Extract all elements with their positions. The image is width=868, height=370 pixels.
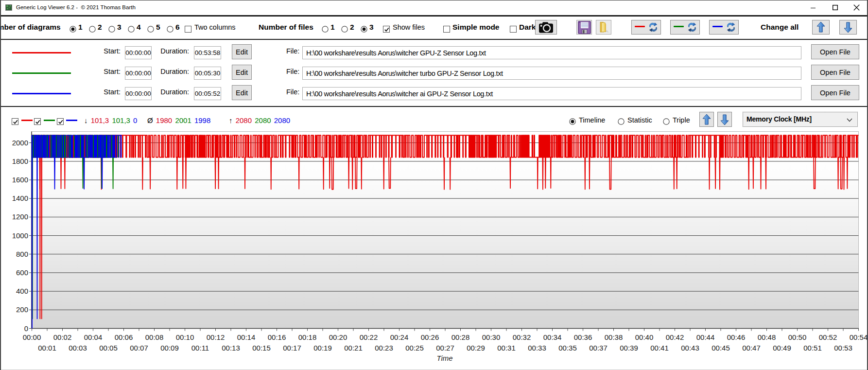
svg-text:00:24: 00:24 [390, 333, 409, 341]
svg-text:00:43: 00:43 [681, 344, 699, 352]
svg-text:400: 400 [16, 287, 28, 295]
svg-text:00:12: 00:12 [207, 333, 225, 341]
svg-text:00:00: 00:00 [23, 333, 41, 341]
svg-text:00:37: 00:37 [589, 344, 608, 352]
svg-text:00:14: 00:14 [237, 333, 256, 341]
svg-text:00:45: 00:45 [712, 344, 730, 352]
svg-text:2000: 2000 [12, 139, 28, 147]
svg-text:00:33: 00:33 [528, 344, 546, 352]
svg-text:00:41: 00:41 [650, 344, 669, 352]
svg-text:00:36: 00:36 [574, 333, 592, 341]
svg-text:1400: 1400 [12, 194, 28, 202]
svg-text:00:08: 00:08 [145, 333, 164, 341]
svg-text:00:29: 00:29 [467, 344, 485, 352]
svg-text:00:53: 00:53 [834, 344, 852, 352]
svg-text:00:01: 00:01 [38, 344, 56, 352]
svg-text:00:39: 00:39 [620, 344, 638, 352]
svg-text:1600: 1600 [12, 176, 28, 184]
svg-text:0: 0 [24, 324, 28, 333]
svg-text:00:49: 00:49 [773, 344, 791, 352]
svg-text:00:54: 00:54 [850, 333, 868, 341]
svg-text:00:03: 00:03 [69, 344, 87, 352]
svg-text:00:05: 00:05 [99, 344, 118, 352]
svg-text:00:20: 00:20 [329, 333, 347, 341]
svg-text:00:40: 00:40 [635, 333, 654, 341]
svg-text:00:48: 00:48 [758, 333, 776, 341]
svg-text:00:28: 00:28 [451, 333, 470, 341]
svg-text:00:19: 00:19 [313, 344, 332, 352]
svg-text:00:25: 00:25 [405, 344, 424, 352]
svg-text:00:35: 00:35 [558, 344, 577, 352]
svg-text:00:02: 00:02 [53, 333, 72, 341]
svg-text:800: 800 [16, 250, 28, 258]
svg-text:00:06: 00:06 [115, 333, 133, 341]
svg-text:00:51: 00:51 [803, 344, 822, 352]
svg-text:1200: 1200 [12, 212, 28, 221]
svg-text:00:26: 00:26 [421, 333, 439, 341]
svg-text:00:23: 00:23 [375, 344, 393, 352]
svg-text:1000: 1000 [12, 231, 28, 240]
svg-text:00:10: 00:10 [176, 333, 194, 341]
svg-text:00:42: 00:42 [666, 333, 684, 341]
svg-text:200: 200 [16, 305, 28, 314]
svg-text:00:16: 00:16 [268, 333, 286, 341]
svg-text:00:52: 00:52 [819, 333, 837, 341]
svg-text:00:32: 00:32 [513, 333, 531, 341]
svg-text:00:15: 00:15 [252, 344, 271, 352]
svg-text:00:18: 00:18 [298, 333, 317, 341]
svg-text:1800: 1800 [12, 157, 28, 165]
svg-text:00:07: 00:07 [130, 344, 148, 352]
svg-text:00:31: 00:31 [497, 344, 516, 352]
svg-text:00:50: 00:50 [788, 333, 807, 341]
svg-text:00:04: 00:04 [84, 333, 103, 341]
svg-text:00:09: 00:09 [160, 344, 179, 352]
svg-text:00:17: 00:17 [283, 344, 301, 352]
svg-text:00:38: 00:38 [605, 333, 623, 341]
svg-text:00:30: 00:30 [482, 333, 501, 341]
svg-text:00:22: 00:22 [360, 333, 378, 341]
svg-text:00:13: 00:13 [222, 344, 240, 352]
svg-text:00:34: 00:34 [543, 333, 562, 341]
svg-text:00:47: 00:47 [742, 344, 761, 352]
svg-text:600: 600 [16, 268, 28, 277]
svg-text:00:11: 00:11 [191, 344, 209, 352]
svg-text:00:21: 00:21 [344, 344, 363, 352]
svg-text:00:46: 00:46 [727, 333, 746, 341]
svg-text:Time: Time [436, 354, 452, 362]
svg-text:00:27: 00:27 [436, 344, 454, 352]
svg-text:00:44: 00:44 [696, 333, 715, 341]
